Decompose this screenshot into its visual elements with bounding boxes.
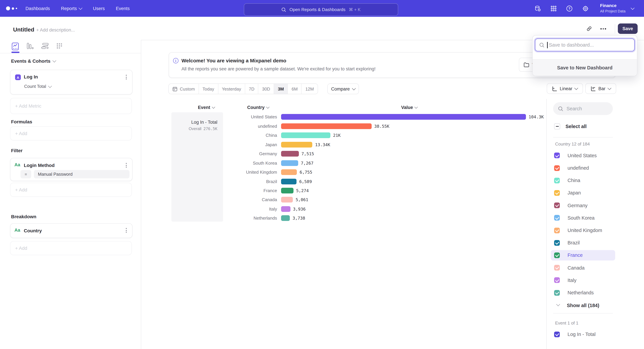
- save-to-new-dashboard-button[interactable]: Save to New Dashboard: [533, 59, 637, 76]
- breakdown-header: Breakdown: [11, 214, 36, 219]
- legend-checkbox-netherlands[interactable]: [554, 290, 560, 296]
- bar[interactable]: [281, 169, 297, 175]
- bar[interactable]: [281, 133, 330, 138]
- data-management-icon[interactable]: [535, 5, 541, 11]
- range-12m[interactable]: 12M: [302, 84, 318, 94]
- legend-checkbox-united-kingdom[interactable]: [554, 228, 560, 233]
- filter-card[interactable]: Aa Login Method = Manual Password: [10, 158, 132, 181]
- filter-value[interactable]: Manual Password: [34, 170, 130, 178]
- range-yesterday[interactable]: Yesterday: [218, 84, 245, 94]
- chart-scale-selector[interactable]: Linear: [547, 83, 583, 94]
- bar[interactable]: [281, 197, 293, 203]
- legend-checkbox-italy[interactable]: [554, 277, 560, 283]
- copy-link-icon[interactable]: [586, 26, 592, 31]
- metric-event-name[interactable]: Log In: [24, 74, 38, 79]
- collapse-icon[interactable]: [556, 302, 560, 306]
- column-header-event[interactable]: Event: [198, 105, 215, 110]
- legend-checkbox-united-states[interactable]: [554, 153, 560, 158]
- add-formula-button[interactable]: + Add: [10, 126, 132, 140]
- bar[interactable]: [281, 215, 290, 221]
- legend-label[interactable]: Germany: [568, 203, 588, 208]
- range-custom[interactable]: Custom: [169, 84, 199, 94]
- legend-checkbox-france[interactable]: [554, 253, 560, 258]
- bar[interactable]: [281, 179, 296, 184]
- bar[interactable]: [281, 123, 372, 129]
- range-3m[interactable]: 3M: [274, 84, 288, 94]
- filter-property-name[interactable]: Login Method: [24, 163, 55, 168]
- legend-checkbox-china[interactable]: [554, 178, 560, 183]
- range-today[interactable]: Today: [199, 84, 218, 94]
- bar[interactable]: [281, 114, 526, 120]
- add-breakdown-button[interactable]: + Add: [10, 241, 132, 255]
- legend-label[interactable]: Netherlands: [568, 290, 594, 295]
- help-icon[interactable]: ?: [566, 5, 572, 11]
- bar[interactable]: [281, 142, 312, 147]
- legend-label[interactable]: United States: [568, 153, 597, 158]
- bar[interactable]: [281, 151, 299, 157]
- column-header-country[interactable]: Country: [247, 105, 269, 110]
- save-button[interactable]: Save: [618, 23, 638, 34]
- add-description-button[interactable]: + Add description...: [36, 27, 75, 32]
- range-6m[interactable]: 6M: [288, 84, 302, 94]
- breakdown-property-name[interactable]: Country: [24, 228, 42, 233]
- add-filter-button[interactable]: + Add: [10, 183, 132, 197]
- show-all-button[interactable]: Show all (184): [567, 303, 599, 308]
- tab-flows[interactable]: [41, 42, 49, 50]
- add-metric-button[interactable]: + Add Metric: [10, 98, 132, 114]
- filter-operator[interactable]: =: [20, 170, 31, 178]
- global-search-button[interactable]: Open Reports & Dashboards ⌘ + K: [244, 3, 398, 16]
- legend-event-label[interactable]: Log In - Total: [568, 332, 596, 337]
- breakdown-card[interactable]: Aa Country: [10, 223, 132, 238]
- more-options-button[interactable]: [600, 28, 606, 29]
- select-all-checkbox[interactable]: [554, 123, 560, 129]
- legend-checkbox-japan[interactable]: [554, 190, 560, 196]
- bar[interactable]: [281, 206, 290, 212]
- tab-insights[interactable]: [11, 42, 19, 50]
- legend-checkbox-germany[interactable]: [554, 203, 560, 208]
- legend-event-checkbox[interactable]: [554, 332, 560, 337]
- legend-label[interactable]: Italy: [568, 278, 576, 283]
- events-cohorts-header[interactable]: Events & Cohorts: [11, 58, 56, 64]
- legend-checkbox-brazil[interactable]: [554, 240, 560, 246]
- project-chevron-icon[interactable]: [631, 6, 634, 10]
- nav-item-users[interactable]: Users: [93, 6, 105, 11]
- save-dashboard-search-input[interactable]: Save to dashboard...: [535, 38, 634, 51]
- legend-label[interactable]: China: [568, 178, 580, 183]
- nav-item-events[interactable]: Events: [116, 6, 130, 11]
- checkmark-icon: [555, 266, 559, 269]
- range-7d[interactable]: 7D: [245, 84, 258, 94]
- legend-label[interactable]: Brazil: [568, 240, 580, 245]
- nav-item-reports[interactable]: Reports: [61, 6, 82, 11]
- mixpanel-logo-icon[interactable]: [6, 0, 17, 17]
- compare-button[interactable]: Compare: [327, 83, 359, 94]
- aggregation-selector[interactable]: Count Total: [24, 84, 51, 89]
- legend-label[interactable]: United Kingdom: [568, 228, 602, 233]
- project-switcher[interactable]: Finance All Project Data: [600, 3, 626, 13]
- legend-label[interactable]: Canada: [568, 265, 585, 270]
- chart-type-selector[interactable]: Bar: [585, 83, 616, 94]
- apps-grid-icon[interactable]: [551, 5, 556, 11]
- nav-item-dashboards[interactable]: Dashboards: [26, 6, 50, 11]
- banner-subtitle: All the reports you see are powered by a…: [182, 66, 376, 71]
- report-title[interactable]: Untitled: [13, 26, 34, 33]
- filter-menu-button[interactable]: [126, 163, 127, 168]
- breakdown-menu-button[interactable]: [126, 228, 127, 233]
- legend-search-input[interactable]: Search: [553, 102, 613, 115]
- column-header-value[interactable]: Value: [401, 105, 418, 110]
- legend-checkbox-canada[interactable]: [554, 265, 560, 271]
- legend-label[interactable]: France: [568, 253, 582, 258]
- legend-label[interactable]: South Korea: [568, 215, 594, 221]
- tab-retention[interactable]: [56, 42, 64, 50]
- legend-label[interactable]: undefined: [568, 165, 589, 171]
- settings-gear-icon[interactable]: [582, 5, 589, 11]
- legend-label[interactable]: Japan: [568, 190, 581, 196]
- legend-panel-divider: [546, 99, 547, 349]
- bar[interactable]: [281, 188, 294, 193]
- legend-checkbox-south-korea[interactable]: [554, 215, 560, 221]
- metric-menu-button[interactable]: [126, 75, 127, 79]
- bar[interactable]: [281, 160, 298, 166]
- range-30d[interactable]: 30D: [258, 84, 274, 94]
- tab-funnels[interactable]: [26, 42, 34, 50]
- metric-card[interactable]: A Log In Count Total: [10, 70, 132, 94]
- legend-checkbox-undefined[interactable]: [554, 165, 560, 171]
